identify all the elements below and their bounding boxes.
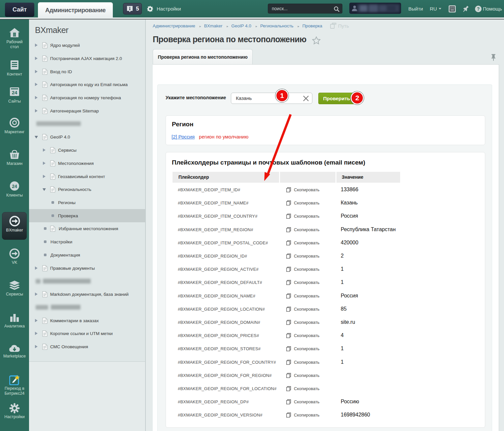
svg-text:24: 24: [12, 184, 17, 189]
svg-text:?: ?: [477, 6, 480, 12]
svg-text:24: 24: [12, 90, 17, 95]
